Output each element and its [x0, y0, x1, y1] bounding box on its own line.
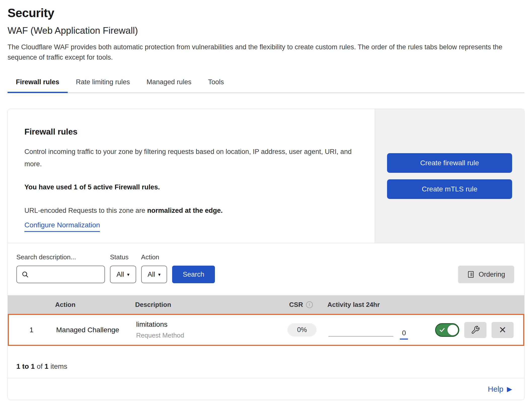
rule-description-sub: Request Method	[136, 332, 276, 339]
search-input[interactable]	[32, 270, 100, 279]
page-description: The Cloudflare WAF provides both automat…	[8, 42, 524, 63]
rule-priority: 1	[9, 326, 54, 334]
activity-cell: 0	[328, 320, 416, 340]
configure-normalization-link[interactable]: Configure Normalization	[24, 221, 100, 232]
card-actions-panel: Create firewall rule Create mTLS rule	[375, 109, 524, 243]
search-description-label: Search description...	[16, 253, 105, 261]
search-icon	[21, 271, 29, 278]
rule-action: Managed Challenge	[54, 326, 127, 334]
help-footer: Help ▶	[8, 378, 524, 400]
normalization-text: URL-encoded Requests to this zone are no…	[24, 207, 358, 215]
search-button[interactable]: Search	[172, 266, 215, 283]
toggle-knob	[447, 325, 458, 335]
create-mtls-rule-button[interactable]: Create mTLS rule	[387, 179, 512, 199]
table-header: Action Description CSR i Activity last 2…	[8, 295, 524, 314]
table-row: 1 Managed Challenge limitations Request …	[8, 314, 524, 346]
ordering-button[interactable]: Ordering	[458, 266, 514, 283]
ordering-list-icon	[467, 271, 475, 278]
summary-of: of	[37, 362, 43, 370]
firewall-rules-overview-section: Firewall rules Control incoming traffic …	[8, 109, 524, 243]
normalization-text-bold: normalized at the edge.	[147, 207, 223, 214]
usage-text: You have used 1 of 5 active Firewall rul…	[24, 183, 358, 191]
summary-items: items	[50, 362, 67, 370]
items-summary: 1 to 1 of 1 items	[8, 346, 524, 378]
ordering-button-label: Ordering	[479, 271, 505, 278]
check-icon	[439, 327, 445, 333]
firewall-rules-info: Firewall rules Control incoming traffic …	[8, 109, 375, 243]
action-dropdown[interactable]: All ▾	[141, 266, 167, 283]
filter-bar: Search description... Status All ▾ Actio…	[8, 243, 524, 295]
tab-tools[interactable]: Tools	[200, 74, 232, 93]
chevron-down-icon: ▾	[127, 272, 130, 277]
action-filter-field: Action All ▾	[141, 253, 167, 283]
info-icon[interactable]: i	[306, 301, 313, 308]
column-header-description: Description	[126, 301, 275, 309]
csr-value-badge: 0%	[287, 323, 316, 337]
firewall-rules-card: Firewall rules Control incoming traffic …	[8, 109, 524, 400]
close-icon: ✕	[499, 325, 506, 335]
page-title: Security	[8, 6, 524, 20]
search-input-wrapper	[16, 266, 105, 283]
security-waf-page: Security WAF (Web Application Firewall) …	[0, 0, 532, 400]
delete-rule-button[interactable]: ✕	[491, 322, 514, 338]
chevron-down-icon: ▾	[158, 272, 161, 277]
search-description-field: Search description...	[16, 253, 105, 283]
status-filter-field: Status All ▾	[110, 253, 136, 283]
action-label: Action	[141, 253, 167, 261]
waf-tabs: Firewall rules Rate limiting rules Manag…	[8, 74, 524, 93]
column-header-csr: CSR i	[289, 301, 313, 309]
create-firewall-rule-button[interactable]: Create firewall rule	[387, 153, 512, 173]
column-header-action: Action	[53, 301, 126, 309]
normalization-text-regular: URL-encoded Requests to this zone are	[24, 207, 147, 214]
tab-firewall-rules[interactable]: Firewall rules	[8, 74, 68, 93]
csr-header-label: CSR	[289, 301, 303, 309]
rule-controls: ✕	[416, 322, 523, 338]
summary-total: 1	[45, 362, 49, 370]
activity-sparkline	[328, 336, 393, 337]
rule-description: limitations	[136, 320, 276, 328]
rule-enabled-toggle[interactable]	[435, 323, 459, 337]
summary-range: 1 to 1	[16, 362, 35, 370]
configure-rule-button[interactable]	[464, 322, 486, 338]
rule-description-cell: limitations Request Method	[127, 320, 276, 339]
status-dropdown-value: All	[117, 271, 124, 278]
help-arrow-icon: ▶	[507, 385, 512, 393]
card-description: Control incoming traffic to your zone by…	[24, 146, 358, 170]
help-link[interactable]: Help	[488, 385, 504, 393]
tab-rate-limiting-rules[interactable]: Rate limiting rules	[68, 74, 138, 93]
wrench-icon	[471, 325, 480, 335]
activity-count-link[interactable]: 0	[400, 329, 408, 340]
action-dropdown-value: All	[148, 271, 155, 278]
card-heading: Firewall rules	[24, 127, 358, 137]
tab-managed-rules[interactable]: Managed rules	[138, 74, 200, 93]
column-header-activity: Activity last 24hr	[327, 301, 415, 309]
page-subtitle: WAF (Web Application Firewall)	[8, 25, 524, 36]
status-dropdown[interactable]: All ▾	[110, 266, 136, 283]
status-label: Status	[110, 253, 136, 261]
